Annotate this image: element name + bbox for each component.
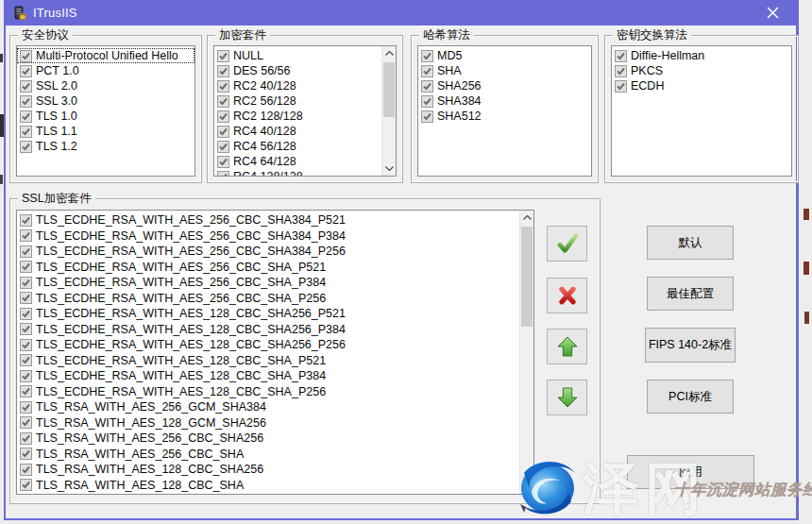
list-item[interactable]: SHA: [418, 63, 591, 78]
ciphers-scrollbar[interactable]: [381, 46, 396, 176]
checked-checkbox-icon[interactable]: [217, 50, 229, 62]
checked-checkbox-icon[interactable]: [615, 50, 627, 62]
list-item[interactable]: TLS_RSA_WITH_AES_256_CBC_SHA: [17, 447, 533, 463]
checked-checkbox-icon[interactable]: [20, 65, 32, 77]
list-item[interactable]: TLS_ECDHE_RSA_WITH_AES_128_CBC_SHA256_P5…: [17, 306, 533, 322]
confirm-button[interactable]: [547, 226, 587, 262]
checked-checkbox-icon[interactable]: [20, 277, 32, 289]
checked-checkbox-icon[interactable]: [20, 126, 32, 138]
best-config-button[interactable]: 最佳配置: [647, 277, 734, 311]
list-item[interactable]: TLS 1.0: [17, 109, 195, 124]
list-item[interactable]: TLS_RSA_WITH_3DES_EDE_CBC_SHA: [17, 493, 533, 495]
move-up-button[interactable]: [547, 329, 587, 364]
checked-checkbox-icon[interactable]: [421, 80, 433, 93]
checked-checkbox-icon[interactable]: [20, 141, 32, 153]
list-item[interactable]: TLS_ECDHE_RSA_WITH_AES_256_CBC_SHA384_P2…: [17, 244, 533, 260]
list-item[interactable]: TLS_RSA_WITH_AES_128_CBC_SHA256: [17, 462, 533, 478]
checked-checkbox-icon[interactable]: [217, 126, 229, 138]
list-item[interactable]: RC4 64/128: [214, 154, 396, 169]
ssl-suites-list[interactable]: TLS_ECDHE_RSA_WITH_AES_256_CBC_SHA384_P5…: [16, 210, 534, 495]
list-item[interactable]: TLS_RSA_WITH_AES_256_GCM_SHA384: [17, 399, 533, 415]
checked-checkbox-icon[interactable]: [20, 323, 32, 335]
list-item[interactable]: TLS 1.1: [17, 124, 195, 139]
pci-standard-button[interactable]: PCI标准: [647, 380, 734, 414]
checked-checkbox-icon[interactable]: [217, 156, 229, 168]
list-item[interactable]: RC2 40/128: [214, 78, 396, 93]
list-item[interactable]: SHA256: [418, 78, 591, 93]
checked-checkbox-icon[interactable]: [421, 110, 433, 123]
fips-140-2-button[interactable]: FIPS 140-2标准: [645, 328, 736, 363]
list-item[interactable]: NULL: [214, 48, 396, 63]
list-item[interactable]: SSL 2.0: [17, 78, 195, 93]
list-item[interactable]: TLS_ECDHE_RSA_WITH_AES_256_CBC_SHA_P256: [17, 291, 533, 307]
list-item[interactable]: RC2 128/128: [214, 109, 396, 124]
scroll-down-icon[interactable]: [520, 480, 533, 494]
list-item[interactable]: ECDH: [612, 78, 791, 93]
close-button[interactable]: [756, 0, 788, 25]
move-down-button[interactable]: [547, 380, 587, 415]
list-item[interactable]: MD5: [418, 48, 591, 63]
checked-checkbox-icon[interactable]: [20, 245, 32, 258]
checked-checkbox-icon[interactable]: [421, 65, 433, 77]
list-item[interactable]: TLS_ECDHE_RSA_WITH_AES_128_CBC_SHA256_P3…: [17, 322, 533, 338]
list-item[interactable]: TLS_ECDHE_RSA_WITH_AES_256_CBC_SHA384_P3…: [17, 228, 533, 245]
remove-button[interactable]: [547, 278, 587, 313]
list-item[interactable]: RC4 40/128: [214, 124, 396, 139]
checked-checkbox-icon[interactable]: [20, 292, 32, 304]
list-item[interactable]: PKCS: [612, 63, 791, 78]
checked-checkbox-icon[interactable]: [20, 448, 32, 460]
checked-checkbox-icon[interactable]: [20, 432, 32, 445]
list-item[interactable]: TLS_RSA_WITH_AES_128_CBC_SHA: [17, 478, 533, 494]
list-item[interactable]: RC2 56/128: [214, 93, 396, 109]
scroll-thumb[interactable]: [383, 62, 395, 117]
checked-checkbox-icon[interactable]: [20, 370, 32, 382]
list-item[interactable]: TLS_ECDHE_RSA_WITH_AES_256_CBC_SHA_P384: [17, 275, 533, 291]
checked-checkbox-icon[interactable]: [217, 65, 229, 77]
checked-checkbox-icon[interactable]: [217, 171, 229, 177]
list-item[interactable]: TLS_ECDHE_RSA_WITH_AES_256_CBC_SHA384_P5…: [17, 212, 533, 228]
checked-checkbox-icon[interactable]: [421, 95, 433, 108]
checked-checkbox-icon[interactable]: [20, 50, 32, 62]
checked-checkbox-icon[interactable]: [20, 308, 32, 320]
hashes-list[interactable]: MD5SHASHA256SHA384SHA512: [417, 45, 592, 177]
scroll-up-icon[interactable]: [520, 211, 533, 225]
checked-checkbox-icon[interactable]: [20, 261, 32, 273]
checked-checkbox-icon[interactable]: [20, 214, 32, 227]
checked-checkbox-icon[interactable]: [217, 95, 229, 108]
checked-checkbox-icon[interactable]: [217, 80, 229, 93]
checked-checkbox-icon[interactable]: [421, 50, 433, 62]
scroll-down-icon[interactable]: [382, 161, 396, 176]
checked-checkbox-icon[interactable]: [615, 65, 627, 77]
list-item[interactable]: SHA512: [418, 109, 591, 124]
list-item[interactable]: SHA384: [418, 93, 591, 109]
checked-checkbox-icon[interactable]: [20, 80, 32, 93]
ssl-scrollbar[interactable]: [519, 211, 533, 494]
checked-checkbox-icon[interactable]: [20, 416, 32, 429]
list-item[interactable]: TLS_RSA_WITH_AES_128_GCM_SHA256: [17, 415, 533, 431]
default-button[interactable]: 默认: [647, 226, 734, 260]
scroll-thumb[interactable]: [521, 227, 533, 327]
list-item[interactable]: TLS_RSA_WITH_AES_256_CBC_SHA256: [17, 431, 533, 447]
checked-checkbox-icon[interactable]: [20, 401, 32, 414]
list-item[interactable]: TLS_ECDHE_RSA_WITH_AES_128_CBC_SHA_P521: [17, 353, 533, 369]
checked-checkbox-icon[interactable]: [20, 354, 32, 366]
list-item[interactable]: DES 56/56: [214, 63, 396, 78]
checked-checkbox-icon[interactable]: [20, 339, 32, 351]
checked-checkbox-icon[interactable]: [217, 141, 229, 153]
scroll-up-icon[interactable]: [382, 46, 396, 60]
title-bar[interactable]: ITrusIIS: [6, 0, 796, 25]
checked-checkbox-icon[interactable]: [20, 464, 32, 476]
checked-checkbox-icon[interactable]: [20, 385, 32, 397]
list-item[interactable]: Multi-Protocol Unified Hello: [17, 48, 195, 63]
list-item[interactable]: TLS 1.2: [17, 139, 195, 154]
checked-checkbox-icon[interactable]: [20, 110, 32, 123]
checked-checkbox-icon[interactable]: [217, 110, 229, 123]
checked-checkbox-icon[interactable]: [615, 80, 627, 93]
list-item[interactable]: TLS_ECDHE_RSA_WITH_AES_128_CBC_SHA_P384: [17, 368, 533, 384]
checked-checkbox-icon[interactable]: [20, 479, 32, 491]
key-exchange-list[interactable]: Diffie-HellmanPKCSECDH: [611, 45, 792, 177]
list-item[interactable]: PCT 1.0: [17, 63, 195, 78]
list-item[interactable]: Diffie-Hellman: [612, 48, 791, 63]
apply-button[interactable]: 应用: [627, 455, 754, 489]
checked-checkbox-icon[interactable]: [20, 95, 32, 108]
